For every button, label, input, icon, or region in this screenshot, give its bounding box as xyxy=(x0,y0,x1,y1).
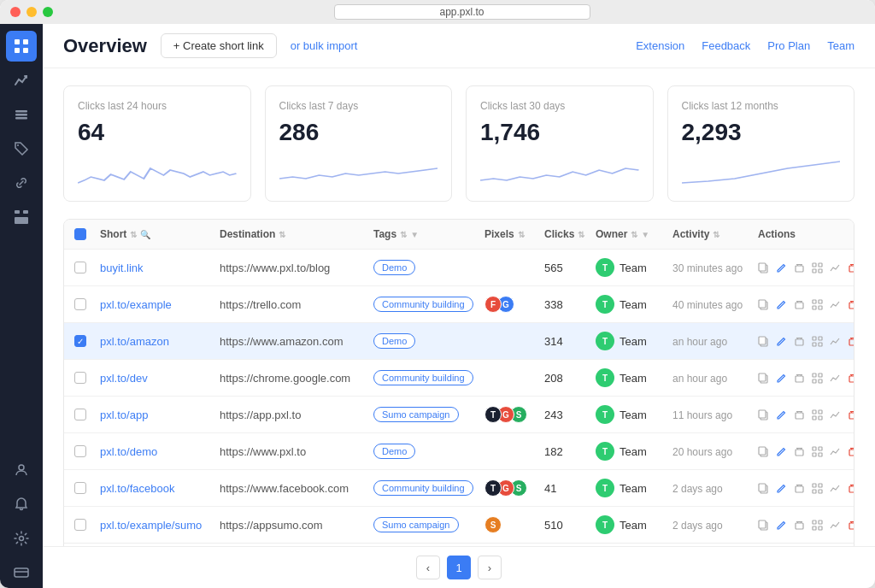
row-checkbox[interactable] xyxy=(74,519,100,531)
short-link[interactable]: pxl.to/demo xyxy=(100,445,157,458)
sort-short-icon[interactable]: ⇅ xyxy=(130,230,137,239)
grid-action-icon[interactable] xyxy=(812,407,823,422)
row-check[interactable]: ✓ xyxy=(74,335,86,347)
copy-action-icon[interactable] xyxy=(758,517,769,532)
minimize-button[interactable] xyxy=(26,7,37,17)
row-check[interactable] xyxy=(74,482,86,494)
filter-short-icon[interactable]: 🔍 xyxy=(140,230,150,239)
short-link[interactable]: pxl.to/dev xyxy=(100,372,148,385)
chart-action-icon[interactable] xyxy=(830,517,841,532)
trash-action-icon[interactable] xyxy=(848,370,854,385)
tag-badge[interactable]: Community building xyxy=(373,480,473,496)
sort-clicks-icon[interactable]: ⇅ xyxy=(578,230,584,239)
sidebar-icon-tag[interactable] xyxy=(6,133,37,164)
sidebar-icon-layers[interactable] xyxy=(6,99,37,130)
sidebar-icon-link[interactable] xyxy=(6,168,37,198)
pro-plan-link[interactable]: Pro Plan xyxy=(767,39,810,52)
sort-tags-icon[interactable]: ⇅ xyxy=(400,230,407,239)
trash-action-icon[interactable] xyxy=(848,480,854,496)
sort-pixels-icon[interactable]: ⇅ xyxy=(518,230,525,239)
delete-action-icon[interactable] xyxy=(794,260,805,275)
grid-action-icon[interactable] xyxy=(812,260,823,275)
th-checkbox[interactable] xyxy=(74,228,100,240)
row-checkbox[interactable] xyxy=(74,372,100,384)
grid-action-icon[interactable] xyxy=(812,297,823,312)
copy-action-icon[interactable] xyxy=(758,444,769,459)
trash-action-icon[interactable] xyxy=(848,407,854,422)
page-1-button[interactable]: 1 xyxy=(447,556,471,579)
edit-action-icon[interactable] xyxy=(776,370,787,385)
row-check[interactable] xyxy=(74,519,86,531)
row-check[interactable] xyxy=(74,298,86,310)
chart-action-icon[interactable] xyxy=(830,370,841,385)
sort-destination-icon[interactable]: ⇅ xyxy=(279,230,285,239)
sidebar-icon-grid[interactable] xyxy=(6,31,37,62)
grid-action-icon[interactable] xyxy=(812,480,823,496)
trash-action-icon[interactable] xyxy=(848,297,854,312)
trash-action-icon[interactable] xyxy=(848,333,854,349)
short-link[interactable]: buyit.link xyxy=(100,262,144,274)
delete-action-icon[interactable] xyxy=(794,480,805,496)
trash-action-icon[interactable] xyxy=(848,444,854,459)
sidebar-icon-gear[interactable] xyxy=(6,523,37,554)
sort-owner-icon[interactable]: ⇅ xyxy=(631,230,637,239)
grid-action-icon[interactable] xyxy=(812,517,823,532)
chart-action-icon[interactable] xyxy=(830,407,841,422)
copy-action-icon[interactable] xyxy=(758,480,769,496)
edit-action-icon[interactable] xyxy=(776,444,787,459)
copy-action-icon[interactable] xyxy=(758,333,769,349)
trash-action-icon[interactable] xyxy=(848,517,854,532)
maximize-button[interactable] xyxy=(43,7,53,17)
prev-page-button[interactable]: ‹ xyxy=(416,556,440,579)
create-short-link-button[interactable]: + Create short link xyxy=(161,33,277,58)
delete-action-icon[interactable] xyxy=(794,297,805,312)
short-link[interactable]: pxl.to/facebook xyxy=(100,482,174,495)
close-button[interactable] xyxy=(10,7,21,17)
short-link[interactable]: pxl.to/example xyxy=(100,298,172,311)
tag-badge[interactable]: Demo xyxy=(373,260,415,275)
tag-badge[interactable]: Demo xyxy=(373,333,415,349)
sidebar-icon-card[interactable] xyxy=(6,557,37,588)
copy-action-icon[interactable] xyxy=(758,297,769,312)
grid-action-icon[interactable] xyxy=(812,370,823,385)
sidebar-icon-user[interactable] xyxy=(6,455,37,485)
row-checkbox[interactable] xyxy=(74,262,100,273)
next-page-button[interactable]: › xyxy=(478,556,502,579)
sidebar-icon-bell[interactable] xyxy=(6,489,37,520)
tag-badge[interactable]: Sumo campaign xyxy=(373,407,459,422)
tag-badge[interactable]: Community building xyxy=(373,297,473,312)
row-check[interactable] xyxy=(74,262,86,273)
short-link[interactable]: pxl.to/example/sumo xyxy=(100,519,202,532)
row-check[interactable] xyxy=(74,409,86,420)
bulk-import-link[interactable]: or bulk import xyxy=(291,39,358,52)
short-link[interactable]: pxl.to/amazon xyxy=(100,335,169,348)
grid-action-icon[interactable] xyxy=(812,444,823,459)
tag-badge[interactable]: Demo xyxy=(373,444,415,459)
row-checkbox[interactable] xyxy=(74,298,100,310)
feedback-link[interactable]: Feedback xyxy=(702,39,750,52)
delete-action-icon[interactable] xyxy=(794,444,805,459)
trash-action-icon[interactable] xyxy=(848,260,854,275)
team-link[interactable]: Team xyxy=(827,39,854,52)
row-checkbox[interactable] xyxy=(74,482,100,494)
chart-action-icon[interactable] xyxy=(830,444,841,459)
row-checkbox[interactable] xyxy=(74,409,100,420)
copy-action-icon[interactable] xyxy=(758,407,769,422)
sidebar-icon-widget[interactable] xyxy=(6,202,37,232)
delete-action-icon[interactable] xyxy=(794,370,805,385)
edit-action-icon[interactable] xyxy=(776,480,787,496)
tag-badge[interactable]: Community building xyxy=(373,370,473,385)
sort-activity-icon[interactable]: ⇅ xyxy=(713,230,719,239)
chart-action-icon[interactable] xyxy=(830,480,841,496)
url-bar[interactable] xyxy=(334,4,590,20)
header-checkbox[interactable] xyxy=(74,228,86,240)
edit-action-icon[interactable] xyxy=(776,297,787,312)
grid-action-icon[interactable] xyxy=(812,333,823,349)
delete-action-icon[interactable] xyxy=(794,517,805,532)
filter-owner-icon[interactable]: ▼ xyxy=(641,230,649,239)
delete-action-icon[interactable] xyxy=(794,333,805,349)
chart-action-icon[interactable] xyxy=(830,260,841,275)
chart-action-icon[interactable] xyxy=(830,297,841,312)
row-checkbox[interactable]: ✓ xyxy=(74,335,100,347)
extension-link[interactable]: Extension xyxy=(636,39,684,52)
